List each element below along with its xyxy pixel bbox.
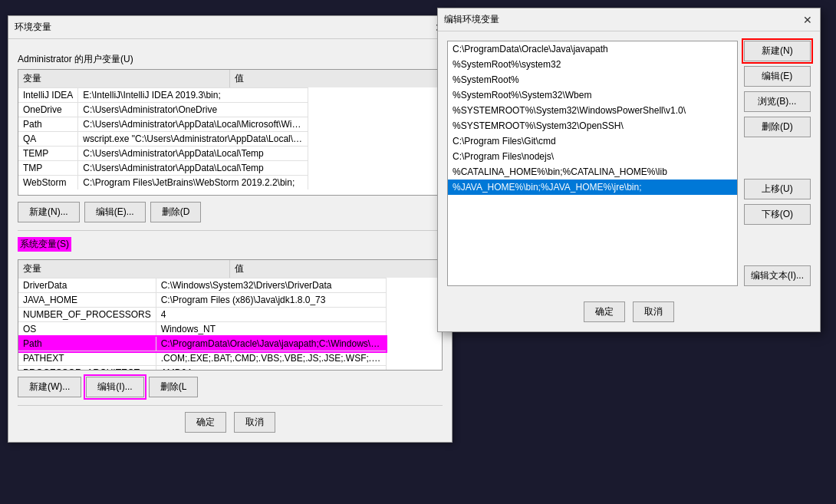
- user-var-name: OneDrive: [18, 103, 78, 117]
- user-table-row[interactable]: WebStormC:\Program Files\JetBrains\WebSt…: [18, 176, 308, 190]
- edit-delete-button[interactable]: 删除(D): [744, 117, 811, 137]
- sys-table-row[interactable]: OSWindows_NT: [18, 322, 386, 337]
- user-var-value: C:\Users\Administrator\AppData\Local\Mic…: [78, 117, 308, 132]
- sys-col-header-val: 值: [230, 260, 442, 278]
- user-btn-row: 新建(N)... 编辑(E)... 删除(D: [18, 202, 443, 222]
- env-variables-dialog: 环境变量 ✕ Administrator 的用户变量(U) 变量 值 Intel…: [8, 15, 453, 443]
- edit-text-button[interactable]: 编辑文本(I)...: [744, 265, 811, 286]
- user-var-name: TMP: [18, 161, 78, 176]
- path-list-item[interactable]: %SystemRoot%\system32: [448, 57, 737, 72]
- sys-vars-table: 变量 值 DriverDataC:\Windows\System32\Drive…: [18, 260, 442, 370]
- sys-var-name: OS: [18, 322, 156, 337]
- sys-var-name: JAVA_HOME: [18, 293, 156, 308]
- sys-delete-button[interactable]: 删除(L: [149, 377, 199, 397]
- user-vars-table-container: 变量 值 IntelliJ IDEAE:\IntelliJ\IntelliJ I…: [18, 69, 443, 196]
- edit-env-dialog: 编辑环境变量 ✕ C:\ProgramData\Oracle\Java\java…: [437, 8, 821, 332]
- user-var-value: C:\Program Files\JetBrains\WebStorm 2019…: [78, 176, 308, 190]
- sys-var-value: C:\Program Files (x86)\Java\jdk1.8.0_73: [156, 293, 386, 308]
- btn-spacer2: [744, 229, 811, 262]
- sys-table-row[interactable]: JAVA_HOMEC:\Program Files (x86)\Java\jdk…: [18, 293, 386, 308]
- user-section-header: Administrator 的用户变量(U): [18, 53, 443, 66]
- env-ok-button[interactable]: 确定: [185, 412, 226, 433]
- user-col-header-val: 值: [230, 70, 442, 87]
- sys-btn-row: 新建(W)... 编辑(I)... 删除(L: [18, 377, 443, 397]
- user-table-row[interactable]: OneDriveC:\Users\Administrator\OneDrive: [18, 103, 308, 117]
- separator: [18, 230, 443, 231]
- path-list-item[interactable]: %CATALINA_HOME%\bin;%CATALINA_HOME%\lib: [448, 164, 737, 180]
- path-list-item[interactable]: C:\Program Files\Git\cmd: [448, 133, 737, 149]
- sys-edit-button[interactable]: 编辑(I)...: [86, 377, 143, 397]
- edit-dialog-close-button[interactable]: ✕: [801, 14, 814, 26]
- sys-var-name: DriverData: [18, 278, 156, 293]
- sys-var-name: NUMBER_OF_PROCESSORS: [18, 308, 156, 322]
- sys-table-row[interactable]: PROCESSOR_ARCHITECT...AMD64: [18, 366, 386, 371]
- sys-var-name: Path: [18, 337, 156, 351]
- user-table-row[interactable]: PathC:\Users\Administrator\AppData\Local…: [18, 117, 308, 132]
- path-list-item[interactable]: C:\Program Files\nodejs\: [448, 149, 737, 164]
- edit-move-up-button[interactable]: 上移(U): [744, 179, 811, 199]
- user-var-value: C:\Users\Administrator\AppData\Local\Tem…: [78, 147, 308, 161]
- edit-new-button[interactable]: 新建(N): [744, 41, 811, 61]
- user-var-name: Path: [18, 117, 78, 132]
- path-list-item[interactable]: %SystemRoot%\System32\Wbem: [448, 87, 737, 103]
- sys-var-value: C:\ProgramData\Oracle\Java\javapath;C:\W…: [156, 337, 386, 351]
- env-dialog-body: Administrator 的用户变量(U) 变量 值 IntelliJ IDE…: [8, 39, 452, 442]
- user-col-header-var: 变量: [18, 70, 230, 87]
- edit-dialog-titlebar: 编辑环境变量 ✕: [438, 8, 820, 31]
- edit-edit-button[interactable]: 编辑(E): [744, 66, 811, 87]
- user-new-button[interactable]: 新建(N)...: [18, 202, 80, 222]
- edit-dialog-title: 编辑环境变量: [444, 13, 499, 26]
- sys-col-header-var: 变量: [18, 260, 230, 278]
- user-table-row[interactable]: TEMPC:\Users\Administrator\AppData\Local…: [18, 147, 308, 161]
- sys-table-row[interactable]: DriverDataC:\Windows\System32\Drivers\Dr…: [18, 278, 386, 293]
- user-table-row[interactable]: TMPC:\Users\Administrator\AppData\Local\…: [18, 161, 308, 176]
- edit-cancel-button[interactable]: 取消: [633, 301, 674, 322]
- sys-section-header: 系统变量(S): [18, 237, 443, 256]
- user-var-value: C:\Users\Administrator\AppData\Local\Tem…: [78, 161, 308, 176]
- user-var-name: WebStorm: [18, 176, 78, 190]
- sys-table-row[interactable]: PATHEXT.COM;.EXE;.BAT;.CMD;.VBS;.VBE;.JS…: [18, 351, 386, 366]
- path-list-container[interactable]: C:\ProgramData\Oracle\Java\javapath%Syst…: [447, 41, 738, 286]
- edit-ok-button[interactable]: 确定: [584, 301, 625, 322]
- env-cancel-button[interactable]: 取消: [234, 412, 275, 433]
- sys-var-value: AMD64: [156, 366, 386, 371]
- user-var-name: TEMP: [18, 147, 78, 161]
- sys-var-name: PROCESSOR_ARCHITECT...: [18, 366, 156, 371]
- sys-vars-table-container: 变量 值 DriverDataC:\Windows\System32\Drive…: [18, 259, 443, 371]
- separator2: [18, 405, 443, 406]
- sys-var-value: 4: [156, 308, 386, 322]
- env-dialog-titlebar: 环境变量 ✕: [8, 16, 452, 39]
- user-vars-table: 变量 值 IntelliJ IDEAE:\IntelliJ\IntelliJ I…: [18, 70, 442, 195]
- user-var-value: E:\IntelliJ\IntelliJ IDEA 2019.3\bin;: [78, 88, 308, 103]
- edit-move-down-button[interactable]: 下移(O): [744, 204, 811, 225]
- user-section-title: Administrator 的用户变量(U): [18, 54, 133, 64]
- user-var-value: C:\Users\Administrator\OneDrive: [78, 103, 308, 117]
- user-delete-button[interactable]: 删除(D: [150, 202, 202, 222]
- path-list-item[interactable]: C:\ProgramData\Oracle\Java\javapath: [448, 41, 737, 57]
- sys-new-button[interactable]: 新建(W)...: [18, 377, 81, 397]
- path-list-item[interactable]: %SystemRoot%: [448, 72, 737, 87]
- user-table-row[interactable]: QAwscript.exe "C:\Users\Administrator\Ap…: [18, 132, 308, 147]
- env-dialog-bottom-btns: 确定 取消: [18, 412, 443, 433]
- edit-dialog-bottom-btns: 确定 取消: [438, 295, 820, 331]
- user-var-name: QA: [18, 132, 78, 147]
- sys-var-value: .COM;.EXE;.BAT;.CMD;.VBS;.VBE;.JS;.JSE;.…: [156, 351, 386, 366]
- sys-table-row[interactable]: PathC:\ProgramData\Oracle\Java\javapath;…: [18, 337, 386, 351]
- user-var-value: wscript.exe "C:\Users\Administrator\AppD…: [78, 132, 308, 147]
- user-edit-button[interactable]: 编辑(E)...: [84, 202, 146, 222]
- sys-var-name: PATHEXT: [18, 351, 156, 366]
- edit-dialog-body: C:\ProgramData\Oracle\Java\javapath%Syst…: [438, 31, 820, 295]
- sys-table-row[interactable]: NUMBER_OF_PROCESSORS4: [18, 308, 386, 322]
- path-list-item[interactable]: %JAVA_HOME%\bin;%JAVA_HOME%\jre\bin;: [448, 180, 737, 195]
- sys-section-title: 系统变量(S): [18, 237, 71, 252]
- sys-var-value: C:\Windows\System32\Drivers\DriverData: [156, 278, 386, 293]
- env-dialog-title: 环境变量: [15, 21, 51, 34]
- edit-buttons-panel: 新建(N) 编辑(E) 浏览(B)... 删除(D) 上移(U) 下移(O) 编…: [744, 41, 811, 286]
- sys-var-value: Windows_NT: [156, 322, 386, 337]
- btn-spacer: [744, 142, 811, 174]
- path-list-item[interactable]: %SYSTEMROOT%\System32\WindowsPowerShell\…: [448, 103, 737, 118]
- edit-browse-button[interactable]: 浏览(B)...: [744, 91, 811, 112]
- path-list-item[interactable]: %SYSTEMROOT%\System32\OpenSSH\: [448, 118, 737, 133]
- user-var-name: IntelliJ IDEA: [18, 88, 78, 103]
- user-table-row[interactable]: IntelliJ IDEAE:\IntelliJ\IntelliJ IDEA 2…: [18, 88, 308, 103]
